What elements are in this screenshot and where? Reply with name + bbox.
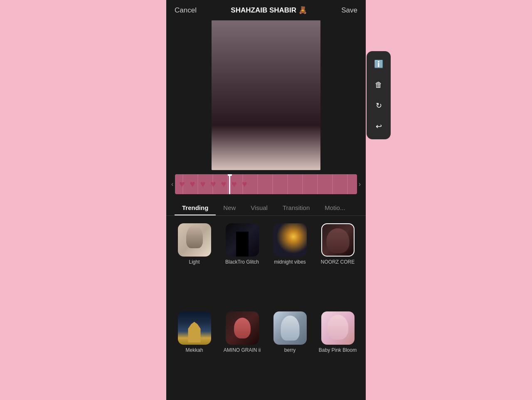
top-bar: Cancel SHAHZAIB SHABIR 🧸 Save bbox=[166, 0, 366, 20]
thumb-portrait-light bbox=[186, 225, 203, 248]
heart-7: ♥ bbox=[242, 179, 247, 190]
filter-thumb-noorz bbox=[321, 223, 355, 257]
filter-thumb-blacktro bbox=[226, 223, 259, 257]
heart-3: ♥ bbox=[200, 179, 205, 190]
filter-thumb-berry bbox=[273, 311, 307, 345]
thumb-arch-mekkah bbox=[184, 320, 205, 343]
info-icon: ℹ️ bbox=[374, 59, 383, 69]
thumb-figure-berry bbox=[281, 316, 299, 341]
filter-label-blacktro: BlackTro Glitch bbox=[225, 259, 259, 266]
filter-item-noorz-core[interactable]: NOORZ CORE bbox=[314, 220, 362, 308]
delete-button[interactable]: 🗑 bbox=[370, 76, 387, 94]
tab-new[interactable]: New bbox=[216, 198, 243, 215]
filter-thumb-midnight bbox=[273, 223, 307, 257]
filter-label-babypink: Baby Pink Bloom bbox=[319, 347, 357, 354]
thumb-face-amino bbox=[234, 318, 251, 338]
timeline-frames[interactable]: ♥ ♥ ♥ ♥ ♥ ♥ ♥ bbox=[175, 174, 357, 194]
portrait-image bbox=[212, 20, 320, 170]
filter-grid: Light BlackTro Glitch midnight vibes NOO bbox=[166, 216, 366, 400]
filter-thumb-amino bbox=[226, 311, 259, 345]
filter-label-light: Light bbox=[189, 259, 200, 266]
thumb-face-noorz bbox=[326, 228, 349, 253]
timeline-playhead[interactable] bbox=[229, 174, 230, 194]
main-image bbox=[212, 20, 320, 170]
app-container: Cancel SHAHZAIB SHABIR 🧸 Save ℹ️ 🗑 ↻ ↩ bbox=[166, 0, 366, 400]
redo-icon: ↻ bbox=[376, 101, 382, 110]
filter-label-mekkah: Mekkah bbox=[185, 347, 203, 354]
timeline-track[interactable]: ‹ ♥ ♥ ♥ ♥ ♥ ♥ ♥ › bbox=[170, 174, 362, 194]
thumb-inner-babypink bbox=[321, 311, 355, 345]
tab-trending[interactable]: Trending bbox=[175, 198, 216, 215]
heart-5: ♥ bbox=[221, 179, 227, 190]
thumb-inner-amino bbox=[226, 311, 259, 345]
filter-item-blacktro-glitch[interactable]: BlackTro Glitch bbox=[218, 220, 266, 308]
heart-6: ♥ bbox=[232, 179, 237, 190]
filter-label-berry: berry bbox=[284, 347, 296, 354]
thumb-inner-blacktro bbox=[226, 223, 259, 257]
thumb-inner-mekkah bbox=[178, 311, 211, 345]
heart-4: ♥ bbox=[211, 179, 216, 190]
thumb-inner-light bbox=[178, 223, 211, 257]
filter-item-light[interactable]: Light bbox=[170, 220, 218, 308]
filter-thumb-light bbox=[178, 223, 211, 257]
side-toolbar: ℹ️ 🗑 ↻ ↩ bbox=[367, 51, 391, 139]
filter-item-berry[interactable]: berry bbox=[266, 308, 314, 396]
tab-motion[interactable]: Motio... bbox=[317, 198, 352, 215]
filter-thumb-mekkah bbox=[178, 311, 211, 345]
redo-button[interactable]: ↻ bbox=[370, 97, 387, 114]
filter-tabs: Trending New Visual Transition Motio... bbox=[166, 198, 366, 216]
filter-item-amino-grain[interactable]: AMINO GRAIN ii bbox=[218, 308, 266, 396]
tab-visual[interactable]: Visual bbox=[243, 198, 275, 215]
filter-thumb-babypink bbox=[321, 311, 355, 345]
timeline-area: ‹ ♥ ♥ ♥ ♥ ♥ ♥ ♥ › bbox=[166, 170, 366, 198]
undo-icon: ↩ bbox=[376, 122, 382, 131]
filter-item-midnight-vibes[interactable]: midnight vibes bbox=[266, 220, 314, 308]
undo-button[interactable]: ↩ bbox=[370, 118, 387, 135]
delete-icon: 🗑 bbox=[375, 81, 382, 89]
heart-1: ♥ bbox=[179, 179, 185, 190]
thumb-inner-noorz bbox=[322, 224, 354, 256]
timeline-hearts: ♥ ♥ ♥ ♥ ♥ ♥ ♥ bbox=[175, 174, 357, 194]
cancel-button[interactable]: Cancel bbox=[175, 6, 197, 15]
filter-item-mekkah[interactable]: Mekkah bbox=[170, 308, 218, 396]
filter-label-midnight: midnight vibes bbox=[274, 259, 306, 266]
heart-2: ♥ bbox=[190, 179, 195, 190]
timeline-left-chevron[interactable]: ‹ bbox=[170, 180, 175, 188]
filter-label-amino: AMINO GRAIN ii bbox=[224, 347, 261, 354]
timeline-right-chevron[interactable]: › bbox=[357, 180, 362, 188]
info-button[interactable]: ℹ️ bbox=[370, 55, 387, 73]
page-title: SHAHZAIB SHABIR 🧸 bbox=[231, 6, 307, 15]
image-area: ℹ️ 🗑 ↻ ↩ bbox=[166, 20, 366, 170]
thumb-figure-blacktro bbox=[236, 232, 249, 257]
tab-transition[interactable]: Transition bbox=[275, 198, 317, 215]
filter-label-noorz: NOORZ CORE bbox=[321, 259, 355, 266]
save-button[interactable]: Save bbox=[341, 6, 357, 15]
thumb-face-babypink bbox=[328, 315, 348, 340]
thumb-inner-berry bbox=[273, 311, 307, 345]
filter-item-baby-pink-bloom[interactable]: Baby Pink Bloom bbox=[314, 308, 362, 396]
thumb-inner-midnight bbox=[273, 223, 307, 257]
